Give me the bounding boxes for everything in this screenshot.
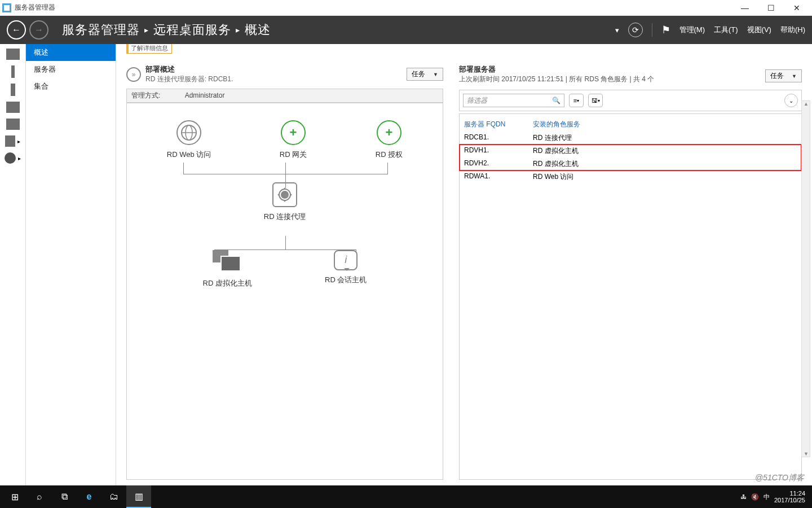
cell-role: RD 虚拟化主机 [533, 159, 579, 169]
table-row[interactable]: RDVH2.RD 虚拟化主机 [460, 157, 801, 170]
globe-icon [176, 120, 201, 145]
rail-all-servers-icon[interactable] [11, 84, 15, 96]
table-row[interactable]: RDCB1.RD 连接代理 [460, 132, 801, 144]
breadcrumb: 服务器管理器 ▸ 远程桌面服务 ▸ 概述 [62, 21, 271, 38]
explorer-icon[interactable]: 🗂 [102, 485, 126, 508]
menu-manage[interactable]: 管理(M) [679, 25, 705, 35]
search-button[interactable]: ⌕ [27, 485, 52, 508]
sidebar-item-overview[interactable]: 概述 [26, 44, 116, 61]
clock[interactable]: 11:24 2017/10/25 [774, 490, 805, 503]
connector [183, 163, 184, 174]
node-label: RD 连接代理 [264, 212, 306, 222]
sidebar-item-servers[interactable]: 服务器 [26, 61, 116, 78]
tray-ime[interactable]: 中 [764, 493, 770, 501]
desktop-icon [213, 250, 242, 274]
tray-network-icon[interactable]: 🖧 [740, 493, 747, 500]
chevron-circle-icon[interactable]: » [126, 67, 141, 82]
rail-rds-row[interactable]: ▸ [5, 135, 20, 147]
tasks-dropdown[interactable]: 任务 [765, 69, 802, 82]
sidebar: 概述 服务器 集合 [26, 44, 116, 485]
header-actions: ▾ ⟳ ⚑ 管理(M) 工具(T) 视图(V) 帮助(H) [615, 23, 806, 37]
expand-button[interactable]: ⌄ [784, 94, 798, 107]
breadcrumb-page[interactable]: 概述 [245, 21, 271, 38]
rail-dashboard-icon[interactable] [6, 49, 20, 60]
managed-as-bar: 管理方式: Administrator [126, 89, 443, 103]
mgmt-label: 管理方式: [131, 91, 160, 99]
vertical-scrollbar[interactable] [801, 100, 810, 457]
servers-table: 服务器 FQDN 安装的角色服务 RDCB1.RD 连接代理RDVH1.RD 虚… [459, 113, 802, 480]
node-rd-sessionhost[interactable]: RD 会话主机 [325, 250, 367, 288]
menu-view[interactable]: 视图(V) [747, 25, 771, 35]
header: ← → 服务器管理器 ▸ 远程桌面服务 ▸ 概述 ▾ ⟳ ⚑ 管理(M) 工具(… [0, 16, 812, 44]
window-controls: — ☐ ✕ [732, 0, 810, 16]
connector [285, 163, 286, 174]
tasks-dropdown[interactable]: 任务 [407, 68, 443, 81]
menu-help[interactable]: 帮助(H) [780, 25, 805, 35]
table-row[interactable]: RDWA1.RD Web 访问 [460, 170, 801, 183]
node-label: RD 会话主机 [325, 275, 367, 285]
nav-forward-button[interactable]: → [29, 20, 48, 40]
connector [387, 163, 388, 174]
rail-hyper-v-icon[interactable] [6, 119, 20, 130]
cell-role: RD 虚拟化主机 [533, 146, 579, 156]
flag-icon[interactable]: ⚑ [661, 24, 670, 36]
content: ▸ ▸ 概述 服务器 集合 了解详细信息 » 部署概述 RD 连接代理服务器: … [0, 44, 812, 485]
panel-subtitle: RD 连接代理服务器: RDCB1. [145, 75, 233, 84]
rail-local-server-icon[interactable] [11, 65, 15, 78]
node-rd-license[interactable]: + RD 授权 [376, 120, 403, 160]
tasks-label: 任务 [412, 69, 425, 79]
node-label: RD Web 访问 [167, 150, 211, 160]
panel-title: 部署概述 [145, 64, 233, 75]
mgmt-value: Administrator [185, 91, 225, 99]
ie-icon[interactable]: e [77, 485, 102, 508]
app-icon [2, 3, 11, 12]
taskbar: ⊞ ⌕ ⧉ e 🗂 ▥ 🖧 🔇 中 11:24 2017/10/25 [0, 485, 812, 508]
save-query-dropdown[interactable]: 🖫 [588, 94, 603, 107]
task-view-button[interactable]: ⧉ [52, 485, 77, 508]
main-area: 了解详细信息 » 部署概述 RD 连接代理服务器: RDCB1. 任务 管理方式… [116, 44, 812, 485]
start-button[interactable]: ⊞ [2, 485, 27, 508]
node-rd-gateway[interactable]: + RD 网关 [280, 120, 307, 160]
col-roles[interactable]: 安装的角色服务 [533, 120, 580, 129]
watermark: @51CTO博客 [755, 473, 804, 483]
filter-input[interactable]: 筛选器 🔍 [463, 94, 564, 107]
col-fqdn[interactable]: 服务器 FQDN [464, 120, 533, 129]
minimize-button[interactable]: — [732, 0, 758, 16]
panel-header: » 部署概述 RD 连接代理服务器: RDCB1. 任务 [126, 64, 443, 84]
server-manager-icon[interactable]: ▥ [126, 485, 151, 508]
separator [652, 23, 652, 37]
info-banner[interactable]: 了解详细信息 [126, 44, 172, 54]
panel-header: 部署服务器 上次刷新时间 2017/10/25 11:21:51 | 所有 RD… [459, 64, 802, 87]
group-by-dropdown[interactable]: ≡ [569, 94, 584, 107]
tasks-label: 任务 [770, 71, 784, 81]
rail-selected-row[interactable]: ▸ [5, 152, 21, 164]
rail-file-services-icon[interactable] [6, 102, 20, 113]
cell-fqdn: RDVH1. [464, 146, 533, 156]
tray-volume-icon[interactable]: 🔇 [751, 493, 759, 501]
clock-time: 11:24 [774, 490, 805, 497]
breadcrumb-section[interactable]: 远程桌面服务 [153, 21, 231, 38]
refresh-button[interactable]: ⟳ [628, 23, 643, 37]
node-rd-broker[interactable]: RD 连接代理 [264, 182, 306, 222]
node-rd-web[interactable]: RD Web 访问 [167, 120, 211, 160]
node-label: RD 授权 [376, 150, 403, 160]
menu-tools[interactable]: 工具(T) [714, 25, 738, 35]
table-header[interactable]: 服务器 FQDN 安装的角色服务 [460, 117, 801, 132]
node-label: RD 网关 [280, 150, 307, 160]
search-icon[interactable]: 🔍 [552, 97, 561, 104]
dropdown-caret-icon[interactable]: ▾ [615, 26, 619, 34]
breadcrumb-app[interactable]: 服务器管理器 [62, 21, 140, 38]
table-row[interactable]: RDVH1.RD 虚拟化主机 [460, 144, 801, 157]
nav-back-button[interactable]: ← [7, 20, 26, 40]
node-rd-virthost[interactable]: RD 虚拟化主机 [203, 250, 252, 288]
maximize-button[interactable]: ☐ [758, 0, 784, 16]
close-button[interactable]: ✕ [784, 0, 810, 16]
chevron-icon: ▸ [144, 25, 149, 34]
panel-title: 部署服务器 [459, 64, 654, 75]
connector [285, 236, 286, 249]
info-bubble-icon [334, 250, 358, 270]
cell-fqdn: RDVH2. [464, 159, 533, 169]
node-label: RD 虚拟化主机 [203, 278, 252, 288]
sidebar-item-collections[interactable]: 集合 [26, 78, 116, 95]
chevron-icon: ▸ [236, 25, 240, 34]
